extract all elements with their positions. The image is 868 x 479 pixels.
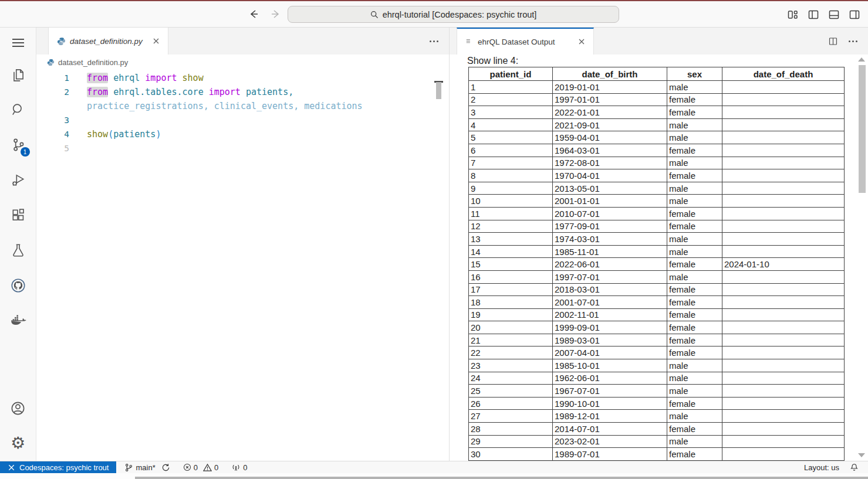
table-cell (722, 283, 845, 296)
extensions-icon (11, 208, 26, 223)
table-row: 161997-07-01male (469, 270, 845, 283)
clipped-band (135, 477, 868, 479)
output-scrollbar[interactable] (859, 65, 866, 193)
tab-close-button[interactable] (150, 35, 162, 47)
tab-dataset-definition[interactable]: dataset_definition.py (48, 28, 168, 55)
github-button[interactable] (0, 268, 36, 303)
table-row: 182001-07-01female (469, 296, 845, 309)
tab-close-button[interactable] (576, 36, 587, 47)
keyboard-layout-item[interactable]: Layout: us (803, 463, 840, 472)
table-cell: male (667, 359, 722, 372)
table-cell: 8 (469, 169, 553, 182)
table-cell: 2022-06-01 (553, 258, 667, 271)
table-cell (722, 423, 845, 436)
docker-icon (9, 312, 27, 329)
search-icon (11, 102, 26, 117)
table-cell: male (667, 118, 722, 131)
table-cell (722, 245, 845, 258)
split-editor-button[interactable] (828, 36, 838, 46)
table-cell: 1970-04-01 (553, 169, 667, 182)
testing-button[interactable] (0, 233, 36, 268)
toggle-panel-icon (828, 9, 840, 21)
close-icon (579, 39, 585, 45)
menu-button[interactable] (0, 29, 36, 57)
patients-table: patient_iddate_of_birthsexdate_of_death … (468, 67, 845, 461)
column-header: sex (667, 67, 722, 81)
table-cell: 29 (469, 435, 553, 448)
git-branch-icon (124, 463, 133, 472)
editor-scrollbar[interactable] (436, 82, 441, 99)
back-button[interactable] (246, 7, 261, 21)
output-more-actions-button[interactable] (846, 38, 860, 45)
branch-status-item[interactable]: main* (123, 463, 171, 472)
table-cell: female (667, 423, 722, 436)
problems-status-item[interactable]: 0 0 (182, 463, 219, 472)
code-line: 4show(patients) (36, 127, 449, 141)
table-cell (722, 157, 845, 169)
table-cell (722, 182, 845, 195)
table-row: 201999-09-01female (469, 321, 845, 334)
table-cell: 28 (469, 423, 553, 436)
table-cell: 7 (469, 157, 553, 169)
toggle-panel-button[interactable] (828, 8, 840, 21)
customize-layout-button[interactable] (786, 8, 799, 21)
table-cell (722, 131, 845, 144)
table-cell: 2023-02-01 (553, 435, 667, 448)
table-cell: 1967-07-01 (553, 385, 667, 398)
table-cell: male (667, 385, 722, 398)
table-cell: male (667, 270, 722, 283)
docker-button[interactable] (0, 303, 36, 338)
table-cell: 27 (469, 410, 553, 423)
table-cell: 2002-11-01 (553, 308, 667, 321)
table-cell: 17 (469, 283, 553, 296)
remote-indicator[interactable]: Codespaces: psychic trout (0, 461, 116, 473)
command-center[interactable]: ehrql-tutorial [Codespaces: psychic trou… (288, 6, 619, 23)
table-row: 112010-07-01female (469, 207, 845, 220)
run-and-debug-button[interactable] (0, 162, 36, 198)
account-button[interactable] (0, 390, 36, 426)
search-button[interactable] (0, 92, 36, 127)
table-cell (722, 93, 845, 106)
python-file-icon (47, 59, 55, 66)
table-cell: 1977-09-01 (553, 220, 667, 233)
source-control-button[interactable]: 1 (0, 127, 36, 162)
ports-count: 0 (243, 463, 247, 472)
table-row: 231985-10-01male (469, 359, 845, 372)
settings-button[interactable]: ⚙ (0, 426, 36, 461)
table-body: 12019-01-01male21997-01-01female32022-01… (469, 81, 845, 461)
table-cell (722, 321, 845, 334)
table-cell: 11 (469, 207, 553, 220)
table-cell: female (667, 207, 722, 220)
scrollbar-up-arrow[interactable] (858, 57, 865, 62)
code-editor[interactable]: 1from ehrql import show2from ehrql.table… (36, 70, 449, 461)
table-cell (722, 385, 845, 398)
explorer-button[interactable] (0, 57, 36, 92)
table-row: 172018-03-01female (469, 283, 845, 296)
table-row: 222007-04-01female (469, 346, 845, 359)
notifications-bell-button[interactable] (849, 463, 860, 472)
table-cell: 2014-07-01 (553, 423, 667, 436)
toggle-secondary-sidebar-button[interactable] (848, 8, 861, 21)
tab-label: dataset_definition.py (70, 37, 143, 46)
breadcrumb[interactable]: dataset_definition.py (36, 55, 449, 70)
table-cell: 1989-07-01 (553, 448, 667, 461)
tab-ehrql-dataset-output[interactable]: ehrQL Dataset Output (457, 28, 594, 55)
output-tab-bar: ehrQL Dataset Output (450, 28, 868, 55)
table-row: 102001-01-01male (469, 195, 845, 208)
table-row: 92013-05-01male (469, 182, 845, 195)
table-cell: 13 (469, 233, 553, 246)
table-row: 301989-07-01female (469, 448, 845, 461)
extensions-button[interactable] (0, 198, 36, 233)
scrollbar-down-arrow[interactable] (858, 453, 865, 457)
run-and-debug-icon (11, 172, 26, 188)
ports-status-item[interactable]: 0 (230, 463, 248, 472)
table-cell: 1962-06-01 (553, 372, 667, 385)
table-row: 271989-12-01male (469, 410, 845, 423)
table-cell (722, 144, 845, 157)
toggle-primary-sidebar-button[interactable] (807, 8, 820, 21)
table-cell: 2 (469, 93, 553, 106)
table-cell: 1985-05-01 (553, 460, 667, 461)
editor-more-actions-button[interactable] (427, 38, 441, 45)
forward-button[interactable] (269, 7, 283, 21)
table-row: 21997-01-01female (469, 93, 845, 106)
